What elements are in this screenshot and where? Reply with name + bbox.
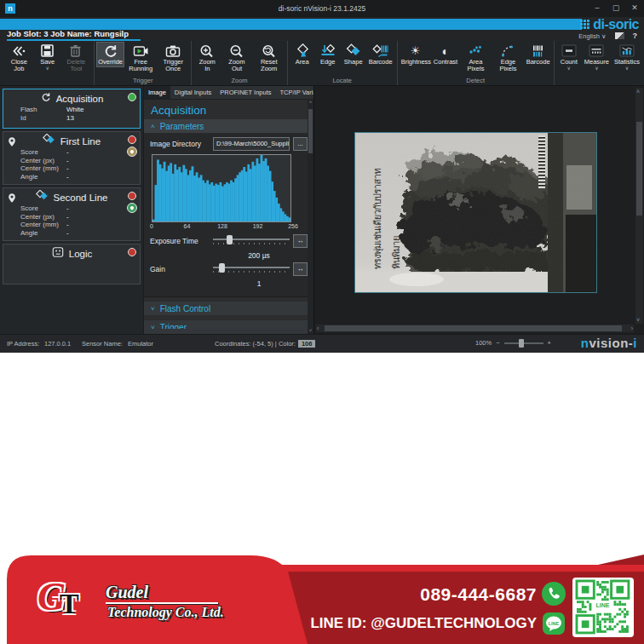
toolbar-button-label: Area <box>296 59 309 66</box>
toolbar-button-zoom-out[interactable]: Zoom Out <box>221 43 251 73</box>
zoom-control: 100% − + <box>475 339 551 347</box>
toolbar-button-label: Delete Tool <box>63 59 89 72</box>
row-label: Angle <box>20 173 66 181</box>
toolbar-group-label: Zoom <box>194 77 284 84</box>
toolbar-button-contrast[interactable]: ◐Contrast <box>433 43 459 66</box>
help-button[interactable]: ? <box>633 32 638 40</box>
viewer-vscroll-thumb[interactable] <box>636 122 642 216</box>
exposure-reset-button[interactable]: ↔ <box>293 234 308 248</box>
minimize-button[interactable]: – <box>588 0 607 17</box>
dropdown-caret-icon: ∨ <box>625 66 629 71</box>
row-value: - <box>66 204 69 213</box>
section-flash-control[interactable]: ˅ Flash Control <box>144 302 313 315</box>
scroll-down-icon[interactable]: ˅ <box>636 316 640 324</box>
sensor-label: Sensor Name: <box>82 340 123 348</box>
scroll-left-icon[interactable]: ‹ <box>317 325 319 332</box>
tab-profinet-inputs[interactable]: PROFINET Inputs <box>216 86 275 99</box>
zoom-percent: 100% <box>475 339 492 347</box>
toolbar-button-label: Save <box>40 59 55 66</box>
toolbar-button-barcode[interactable]: Barcode <box>525 43 550 66</box>
zoom-in-button[interactable]: + <box>548 339 551 347</box>
toolbar-button-area[interactable]: Area <box>290 43 314 66</box>
tool-card-first-line[interactable]: First LineScore-Center (px)-Center (mm)-… <box>3 131 141 185</box>
toolbar-button-barcode[interactable]: Barcode <box>367 43 394 66</box>
line-app-icon: LINE <box>542 612 566 635</box>
exposure-slider[interactable] <box>213 235 290 247</box>
toolbar-button-edge[interactable]: Edge <box>316 43 340 66</box>
edge-pixels-icon <box>499 43 516 59</box>
toolbar-button-measure[interactable]: Measure∨ <box>583 43 611 72</box>
close-button[interactable]: ✕ <box>625 0 644 17</box>
language-select[interactable]: English ∨ <box>578 32 606 40</box>
viewer-vertical-scrollbar[interactable]: ˄ ˅ <box>635 88 643 324</box>
toolbar-button-edge-pixels[interactable]: Edge Pixels <box>492 43 523 73</box>
status-dot-green <box>128 93 136 101</box>
theme-toggle-icon[interactable] <box>615 32 624 39</box>
section-parameters[interactable]: ˄ Parameters <box>144 119 313 133</box>
zoom-slider-thumb[interactable] <box>519 339 524 348</box>
coordinates-readout: Coordinates: (-54, 5) | Color:106 <box>215 340 315 348</box>
toolbar-group: Close JobSave∨Delete Tool <box>2 41 95 85</box>
toolbar-button-shape[interactable]: Shape <box>342 43 365 66</box>
maximize-button[interactable]: ▢ <box>607 0 625 17</box>
result-pin-badge <box>127 147 137 157</box>
toolbar-button-statistics[interactable]: Statistics∨ <box>612 43 641 72</box>
axis-tick-label: 128 <box>216 223 229 229</box>
line-tool-icon <box>43 134 56 149</box>
toolbar-button-count[interactable]: Count∨ <box>557 43 581 72</box>
toolbar-button-override[interactable]: Override <box>97 43 124 66</box>
card-title: First Line <box>60 136 101 147</box>
gain-reset-button[interactable]: ↔ <box>293 262 308 276</box>
browse-button[interactable]: ... <box>293 137 308 151</box>
toolbar-button-trigger-once[interactable]: Trigger Once <box>158 43 188 73</box>
line-qr-code: LINE <box>572 578 634 637</box>
row-label: Id <box>20 114 66 123</box>
viewer-horizontal-scrollbar[interactable]: ‹ › <box>316 325 634 332</box>
save-icon <box>39 43 56 59</box>
toolbar-button-free-running[interactable]: Free Running <box>125 43 156 73</box>
toolbar-button-delete-tool[interactable]: Delete Tool <box>61 43 91 73</box>
image-directory-label: Image Directory <box>150 140 210 148</box>
gain-slider-thumb[interactable] <box>219 263 225 273</box>
toolbar-group-buttons: ☀Brightness◐ContrastArea PixelsEdge Pixe… <box>400 43 551 73</box>
zoom-slider[interactable] <box>504 342 543 344</box>
tool-card-acquisition[interactable]: AcquisitionFlashWhiteId13 <box>3 89 141 129</box>
toolbar-button-label: Area Pixels <box>462 59 489 72</box>
card-header: Second Line <box>7 190 136 204</box>
row-value: - <box>66 221 69 229</box>
scroll-right-icon[interactable]: › <box>631 325 633 332</box>
gain-slider[interactable] <box>213 263 290 275</box>
scroll-up-icon[interactable]: ˄ <box>308 100 313 105</box>
viewer-hscroll-thumb[interactable] <box>325 325 622 331</box>
exposure-slider-thumb[interactable] <box>227 235 233 244</box>
header-bar: di-soric English ∨ ? Job Slot: 3 Job Nam… <box>0 17 644 41</box>
tool-card-second-line[interactable]: Second LineScore-Center (px)-Center (mm)… <box>3 187 141 241</box>
toolbar-group-buttons: Close JobSave∨Delete Tool <box>4 43 91 73</box>
image-viewer[interactable]: ทรงพุ่มเช่นเดียวกับปราสาท หินพิมาย ˄ ˅ ‹… <box>313 86 644 334</box>
card-row: Score- <box>20 148 136 157</box>
image-directory-input[interactable]: D:\99-March\5000_Supplier <box>213 137 290 151</box>
panel-vertical-scrollbar[interactable]: ˄ ˅ <box>308 99 313 334</box>
panel-scroll-thumb[interactable] <box>308 109 313 153</box>
toolbar-group-buttons: AreaEdgeShapeBarcode <box>290 43 394 66</box>
tool-card-logic[interactable]: Logic <box>3 244 141 285</box>
zoom-out-button[interactable]: − <box>496 339 499 347</box>
sensor-value: Emulator <box>128 340 153 348</box>
histogram-axis: 064128192256 <box>152 222 293 231</box>
ip-value: 127.0.0.1 <box>44 340 71 348</box>
statistics-icon <box>618 43 635 59</box>
toolbar-button-brightness[interactable]: ☀Brightness <box>400 43 431 66</box>
toolbar-button-save[interactable]: Save∨ <box>36 43 60 72</box>
card-row: Center (px)- <box>20 213 136 221</box>
scroll-down-icon[interactable]: ˅ <box>308 328 313 333</box>
toolbar-button-zoom-in[interactable]: Zoom In <box>194 43 220 73</box>
toolbar-button-close-job[interactable]: Close Job <box>4 43 34 73</box>
toolbar-button-reset-zoom[interactable]: Reset Zoom <box>254 43 285 73</box>
scroll-up-icon[interactable]: ˄ <box>636 88 640 95</box>
area-pixels-icon <box>467 43 484 59</box>
toolbar-button-area-pixels[interactable]: Area Pixels <box>460 43 491 73</box>
tab-image[interactable]: Image <box>144 86 170 99</box>
row-value: - <box>66 157 69 165</box>
tab-digital-inputs[interactable]: Digital Inputs <box>170 86 216 99</box>
panel-heading: Acquisition <box>151 104 313 117</box>
